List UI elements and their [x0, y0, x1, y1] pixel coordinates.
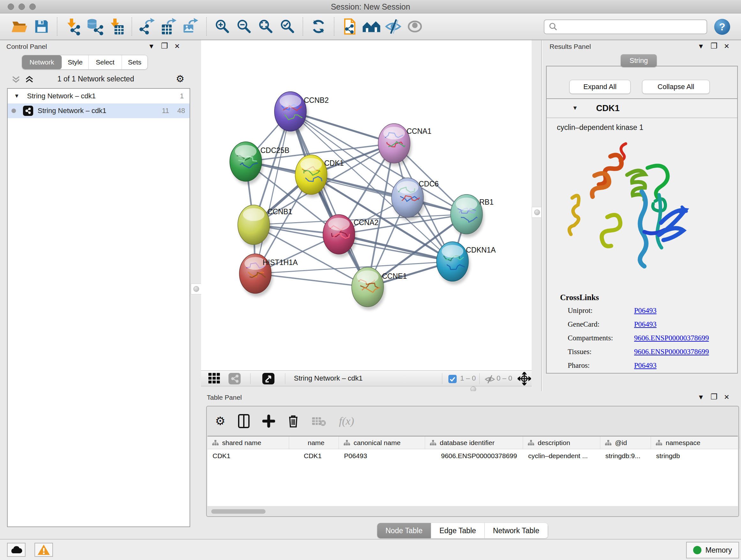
hide-selected-button[interactable]	[384, 17, 402, 37]
network-canvas[interactable]: CCNB2CCNA1CDC25BCDK1CDC6RB1CCNB1CCNA2CDK…	[201, 40, 532, 370]
network-overview-button[interactable]	[362, 17, 381, 37]
column-header-shared-name[interactable]: shared name	[207, 436, 289, 449]
export-network-button[interactable]	[138, 17, 157, 37]
export-table-icon	[160, 17, 178, 36]
help-button[interactable]: ?	[714, 19, 730, 35]
network-node-CDK1[interactable]	[295, 155, 329, 198]
add-column-icon[interactable]	[262, 414, 275, 428]
panel-close-button[interactable]: ✕	[724, 43, 730, 50]
network-options-gear-icon[interactable]: ⚙	[176, 74, 185, 84]
zoom-fit-button[interactable]	[256, 17, 275, 37]
network-node-CCNE1[interactable]	[352, 267, 385, 310]
show-all-button[interactable]	[406, 17, 424, 37]
column-header-description[interactable]: description	[523, 436, 600, 449]
delete-column-icon[interactable]	[287, 414, 299, 428]
tab-style[interactable]: Style	[62, 55, 89, 69]
collapse-triangle-icon[interactable]: ▼	[14, 93, 19, 99]
panel-minimize-button[interactable]: ❐	[711, 42, 718, 50]
network-node-CCNB2[interactable]	[274, 91, 308, 134]
grid-view-icon[interactable]	[208, 373, 222, 384]
tab-edge-table[interactable]: Edge Table	[431, 523, 485, 538]
crosslink-link[interactable]: P06493	[634, 320, 657, 328]
panel-float-button[interactable]: ▼	[697, 43, 704, 50]
export-image-button[interactable]	[182, 17, 200, 37]
table-cell[interactable]: cyclin–dependent ...	[523, 449, 600, 462]
column-header-database-identifier[interactable]: database identifier	[425, 436, 523, 449]
zoom-out-button[interactable]	[234, 17, 253, 37]
entry-header[interactable]: ▼ CDK1	[547, 99, 737, 118]
node-label-CCNE1: CCNE1	[382, 272, 407, 280]
table-cell[interactable]: CDK1	[289, 449, 339, 462]
table-options-gear-icon[interactable]: ⚙	[215, 415, 225, 427]
search-box[interactable]	[544, 19, 707, 34]
import-network-database-button[interactable]	[85, 17, 104, 37]
import-network-file-button[interactable]	[64, 17, 82, 37]
birdseye-icon[interactable]	[262, 373, 275, 384]
network-collection-row[interactable]: ▼ String Network – cdk1 1	[8, 89, 190, 104]
collapse-all-button[interactable]: Collapse All	[642, 80, 710, 94]
panel-close-button[interactable]: ✕	[174, 43, 180, 50]
expand-all-button[interactable]: Expand All	[569, 80, 630, 94]
column-header-name[interactable]: name	[289, 436, 339, 449]
share-view-icon[interactable]	[228, 373, 241, 384]
column-header--id[interactable]: @id	[600, 436, 651, 449]
node-label-RB1: RB1	[479, 198, 494, 206]
cloud-status-button[interactable]	[7, 543, 25, 557]
vertical-splitter-right[interactable]	[532, 40, 542, 391]
results-panel-title: Results Panel	[549, 43, 591, 51]
network-node-CCNB1[interactable]	[238, 205, 271, 248]
network-node-CCNA2[interactable]	[323, 214, 356, 257]
panel-close-button[interactable]: ✕	[724, 394, 730, 400]
table-horizontal-scrollbar[interactable]	[211, 509, 266, 514]
node-count: 11	[162, 107, 169, 115]
table-cell[interactable]: P06493	[339, 449, 425, 462]
apply-layout-button[interactable]	[309, 17, 328, 37]
string-import-button[interactable]	[340, 17, 359, 37]
search-input[interactable]	[558, 23, 698, 31]
crosslink-link[interactable]: 9606.ENSP00000378699	[634, 348, 709, 356]
tab-select[interactable]: Select	[89, 55, 122, 69]
memory-button[interactable]: Memory	[686, 542, 739, 558]
horizontal-splitter[interactable]	[201, 386, 741, 391]
warning-status-button[interactable]	[35, 543, 53, 557]
network-row-selected[interactable]: String Network – cdk1 11 48	[8, 104, 190, 118]
zoom-in-button[interactable]	[213, 17, 231, 37]
splitter-handle[interactable]	[191, 284, 202, 294]
zoom-selected-button[interactable]	[278, 17, 296, 37]
table-cell[interactable]: stringdb	[651, 449, 740, 462]
crosslink-link[interactable]: P06493	[634, 307, 657, 314]
node-label-HIST1H1A: HIST1H1A	[263, 258, 298, 266]
tab-sets[interactable]: Sets	[122, 55, 147, 69]
show-columns-icon[interactable]	[238, 414, 250, 428]
panel-minimize-button[interactable]: ❐	[711, 393, 718, 401]
table-cell[interactable]: CDK1	[207, 449, 289, 462]
tab-network-table[interactable]: Network Table	[485, 523, 548, 538]
network-footer-bar: String Network – cdk1 1 – 0 0 – 0	[201, 370, 532, 386]
node-table[interactable]: shared namenamecanonical namedatabase id…	[207, 436, 738, 506]
save-session-button[interactable]	[32, 17, 51, 37]
tab-node-table[interactable]: Node Table	[377, 523, 431, 538]
selected-checkbox-icon[interactable]	[448, 375, 457, 384]
crosslink-link[interactable]: P06493	[634, 361, 657, 369]
tab-network[interactable]: Network	[22, 55, 62, 69]
crosslink-link[interactable]: 9606.ENSP00000378699	[634, 334, 709, 342]
export-table-button[interactable]	[160, 17, 179, 37]
column-header-canonical-name[interactable]: canonical name	[339, 436, 425, 449]
move-crosshair-icon[interactable]	[518, 372, 531, 385]
network-node-CDKN1A[interactable]	[436, 242, 470, 285]
collapse-triangle-icon[interactable]: ▼	[572, 105, 578, 111]
column-header-namespace[interactable]: namespace	[651, 436, 740, 449]
vertical-splitter-left[interactable]	[192, 40, 201, 539]
tab-string[interactable]: String	[621, 54, 657, 67]
panel-minimize-button[interactable]: ❐	[161, 42, 168, 50]
control-panel-tabs: Network Style Select Sets	[22, 55, 148, 70]
table-row[interactable]: CDK1CDK1P064939606.ENSP00000378699cyclin…	[207, 449, 738, 462]
table-cell[interactable]: stringdb:9...	[600, 449, 651, 462]
open-session-button[interactable]	[10, 17, 29, 37]
panel-float-button[interactable]: ▼	[148, 43, 155, 50]
import-table-file-button[interactable]	[107, 17, 125, 37]
table-cell[interactable]: 9606.ENSP00000378699	[425, 449, 523, 462]
splitter-handle[interactable]	[532, 207, 542, 218]
panel-float-button[interactable]: ▼	[697, 394, 704, 400]
network-edge-CCNB2-CCNE1[interactable]	[290, 111, 367, 287]
